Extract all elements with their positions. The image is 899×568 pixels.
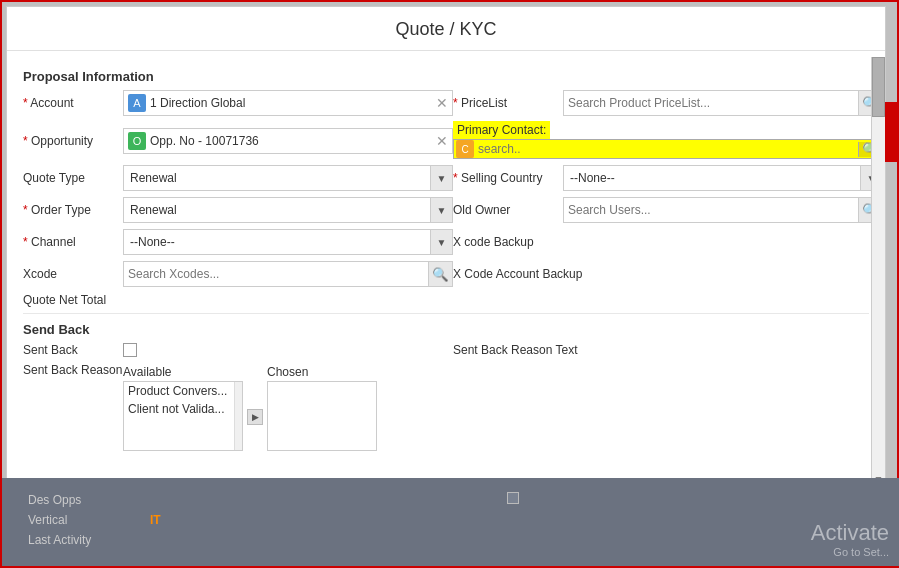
scroll-thumb[interactable] (872, 57, 885, 117)
old-owner-input[interactable] (564, 198, 858, 222)
account-clear-btn[interactable]: ✕ (436, 96, 448, 110)
row-xcode-xaccountbackup: Xcode 🔍 X Code Account Backup (23, 261, 869, 287)
bottom-table: Des Opps Vertical IT Last Activity (18, 488, 885, 551)
sent-back-reason-label: Sent Back Reason (23, 363, 123, 377)
xcode-input[interactable] (124, 262, 428, 286)
quote-type-label: Quote Type (23, 171, 123, 185)
chosen-listbox[interactable] (267, 381, 377, 451)
col-quote-net-total: Quote Net Total (23, 293, 453, 307)
des-opps-label: Des Opps (20, 490, 140, 509)
quote-type-field-value: Renewal ▼ (123, 165, 453, 191)
modal-body: Proposal Information Account A 1 Directi… (7, 51, 885, 479)
col-sent-back-reason: Sent Back Reason Available Product Conve… (23, 363, 453, 451)
order-type-text: Renewal (124, 203, 430, 217)
red-bar (885, 102, 897, 162)
chosen-panel: Chosen (267, 365, 377, 451)
vertical-label: Vertical (20, 511, 140, 529)
selling-country-text: --None-- (564, 171, 860, 185)
row-channel-xbackup: Channel --None-- ▼ X code Backup (23, 229, 869, 255)
xcode-backup-label: X code Backup (453, 235, 563, 249)
available-listbox-scrollbar[interactable] (234, 382, 242, 450)
col-primary-contact: Primary Contact: C 🔍 (453, 122, 883, 159)
vertical-row: Vertical IT (20, 511, 883, 529)
section-divider (23, 313, 869, 314)
row-account-pricelist: Account A 1 Direction Global ✕ PriceList (23, 90, 869, 116)
opportunity-field-value: O Opp. No - 10071736 ✕ (123, 128, 453, 154)
bottom-panel: Des Opps Vertical IT Last Activity Activ… (2, 478, 899, 566)
col-pricelist: PriceList 🔍 (453, 90, 883, 116)
row-sent-back-reason: Sent Back Reason Available Product Conve… (23, 363, 869, 451)
col-order-type: Order Type Renewal ▼ (23, 197, 453, 223)
modal-panel: Quote / KYC ▲ ▼ Proposal Information Acc… (6, 6, 886, 486)
primary-contact-search-wrap: C 🔍 (453, 139, 883, 159)
listbox-item[interactable]: Product Convers... (124, 382, 242, 400)
row-quote-net-total: Quote Net Total (23, 293, 869, 307)
channel-select[interactable]: --None-- ▼ (123, 229, 453, 255)
sent-back-checkbox[interactable] (123, 343, 137, 357)
opportunity-label: Opportunity (23, 134, 123, 148)
col-quote-type: Quote Type Renewal ▼ (23, 165, 453, 191)
modal-title: Quote / KYC (7, 7, 885, 51)
quote-type-arrow: ▼ (430, 166, 452, 190)
move-right-btn[interactable]: ▶ (247, 409, 263, 425)
dual-listbox: Available Product Convers... Client not … (123, 365, 377, 451)
xcode-field-value: 🔍 (123, 261, 453, 287)
channel-field-value: --None-- ▼ (123, 229, 453, 255)
available-listbox[interactable]: Product Convers... Client not Valida... (123, 381, 243, 451)
pricelist-label: PriceList (453, 96, 563, 110)
row-sent-back: Sent Back Sent Back Reason Text (23, 343, 869, 357)
xcode-search-wrap: 🔍 (123, 261, 453, 287)
quote-type-select[interactable]: Renewal ▼ (123, 165, 453, 191)
activate-watermark: Activate Go to Set... (761, 478, 899, 566)
old-owner-search-wrap: 🔍 (563, 197, 883, 223)
primary-contact-input[interactable] (474, 142, 858, 156)
primary-contact-label: Primary Contact: (453, 121, 550, 139)
row-quotetype-sellingcountry: Quote Type Renewal ▼ Selling Country --N… (23, 165, 869, 191)
col-sent-back-reason-text: Sent Back Reason Text (453, 343, 883, 357)
pricelist-search-wrap: 🔍 (563, 90, 883, 116)
selling-country-select[interactable]: --None-- ▼ (563, 165, 883, 191)
opportunity-input[interactable]: O Opp. No - 10071736 ✕ (123, 128, 453, 154)
outer-wrapper: Quote / KYC ▲ ▼ Proposal Information Acc… (0, 0, 899, 568)
old-owner-field-value: 🔍 (563, 197, 883, 223)
old-owner-label: Old Owner (453, 203, 563, 217)
xcode-account-backup-label: X Code Account Backup (453, 267, 582, 281)
sent-back-checkbox-container (123, 343, 137, 357)
order-type-select[interactable]: Renewal ▼ (123, 197, 453, 223)
last-activity-label: Last Activity (20, 531, 140, 549)
account-input[interactable]: A 1 Direction Global ✕ (123, 90, 453, 116)
listbox-item[interactable]: Client not Valida... (124, 400, 242, 418)
scrollbar[interactable]: ▲ ▼ (871, 57, 885, 486)
selling-country-field-value: --None-- ▼ (563, 165, 883, 191)
available-panel: Available Product Convers... Client not … (123, 365, 243, 451)
account-label: Account (23, 96, 123, 110)
opportunity-clear-btn[interactable]: ✕ (436, 134, 448, 148)
order-type-field-value: Renewal ▼ (123, 197, 453, 223)
chosen-label: Chosen (267, 365, 377, 379)
contact-icon: C (456, 140, 474, 158)
activate-sub: Go to Set... (833, 546, 889, 558)
opportunity-icon: O (128, 132, 146, 150)
order-type-label: Order Type (23, 203, 123, 217)
col-xcode-backup: X code Backup (453, 235, 883, 249)
pricelist-input[interactable] (564, 91, 858, 115)
col-xcode: Xcode 🔍 (23, 261, 453, 287)
sent-back-checkbox-wrap (123, 343, 453, 357)
sent-back-reason-value: Available Product Convers... Client not … (123, 363, 453, 451)
col-sent-back: Sent Back (23, 343, 453, 357)
quote-type-text: Renewal (124, 171, 430, 185)
activate-text: Activate (811, 520, 889, 546)
account-icon: A (128, 94, 146, 112)
quote-net-total-label: Quote Net Total (23, 293, 123, 307)
sent-back-reason-text-label: Sent Back Reason Text (453, 343, 578, 357)
col-opportunity: Opportunity O Opp. No - 10071736 ✕ (23, 128, 453, 154)
xcode-search-btn[interactable]: 🔍 (428, 262, 452, 286)
last-activity-row: Last Activity (20, 531, 883, 549)
row-opportunity-contact: Opportunity O Opp. No - 10071736 ✕ Prima… (23, 122, 869, 159)
des-opps-row: Des Opps (20, 490, 883, 509)
order-type-arrow: ▼ (430, 198, 452, 222)
des-opps-checkbox[interactable] (507, 492, 519, 504)
col-channel: Channel --None-- ▼ (23, 229, 453, 255)
account-field-value: A 1 Direction Global ✕ (123, 90, 453, 116)
pricelist-field-value: 🔍 (563, 90, 883, 116)
